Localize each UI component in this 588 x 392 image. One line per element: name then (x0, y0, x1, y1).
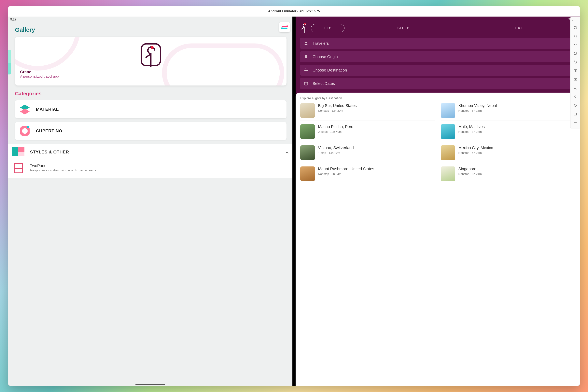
rotate-left-icon[interactable] (570, 49, 580, 58)
tab-eat[interactable]: EAT (462, 24, 575, 32)
back-icon[interactable] (570, 92, 580, 101)
more-icon[interactable] (570, 118, 580, 127)
svg-rect-4 (574, 70, 575, 72)
gallery-pane: 9:27 Gallery Crane A personal (8, 16, 292, 386)
svg-point-23 (22, 128, 28, 134)
status-bar-right (296, 16, 580, 21)
destination-item[interactable]: Khumbu Valley, NepalNonstop · 5h 16m (441, 103, 575, 121)
svg-point-7 (575, 79, 576, 80)
material-icon (19, 104, 30, 115)
destination-name: Mount Rushmore, United States (318, 166, 374, 172)
twopane-subtitle: Responsive on dual, single or larger scr… (30, 168, 96, 172)
twopane-icon (12, 164, 25, 173)
category-material[interactable]: MATERIAL (15, 100, 286, 118)
hero-card-subtitle: A personalized travel app (20, 75, 281, 78)
field-label: Choose Destination (313, 68, 347, 72)
field-destination[interactable]: Choose Destination (300, 64, 576, 76)
calendar-icon (304, 81, 308, 86)
home-icon[interactable] (570, 101, 580, 110)
destination-thumbnail (300, 166, 315, 181)
destination-name: Machu Picchu, Peru (318, 124, 353, 129)
power-icon[interactable] (570, 23, 580, 32)
svg-point-33 (305, 42, 307, 43)
svg-point-34 (306, 56, 307, 57)
destination-meta: Nonstop · 13h 30m (318, 109, 357, 112)
chevron-up-icon: ︿ (285, 149, 289, 155)
volume-down-icon[interactable] (570, 40, 580, 49)
edge-tab-hint (8, 50, 11, 74)
destination-name: Singapore (458, 166, 482, 172)
svg-marker-21 (20, 108, 30, 114)
hero-card-crane[interactable]: Crane A personalized travel app (15, 37, 286, 86)
field-travelers[interactable]: Travelers (300, 38, 576, 49)
volume-up-icon[interactable] (570, 32, 580, 40)
destination-thumbnail (300, 103, 315, 118)
hero-card-name: Crane (20, 70, 281, 74)
field-origin[interactable]: Choose Origin (300, 51, 576, 62)
twopane-title: TwoPane (30, 164, 96, 168)
svg-rect-25 (12, 147, 18, 156)
destination-thumbnail (441, 124, 455, 139)
fold-icon[interactable] (570, 66, 580, 75)
destination-thumbnail (441, 103, 455, 118)
svg-point-12 (574, 104, 576, 106)
status-clock: 9:27 (10, 18, 16, 21)
destination-name: Khumbu Valley, Nepal (458, 103, 497, 108)
styles-label: STYLES & OTHER (30, 150, 279, 155)
item-twopane[interactable]: TwoPane Responsive on dual, single or la… (8, 160, 292, 178)
screenshot-icon[interactable] (570, 75, 580, 84)
theme-toggle-chip[interactable] (279, 22, 290, 32)
destination-meta: 1 stop · 14h 12m (318, 151, 354, 154)
destination-name: Malé, Maldives (458, 124, 485, 129)
category-cupertino[interactable]: CUPERTINO (15, 122, 286, 140)
person-icon (304, 41, 308, 46)
destination-item[interactable]: Big Sur, United StatesNonstop · 13h 30m (300, 103, 435, 121)
styles-icon (12, 147, 25, 157)
overview-icon[interactable] (570, 110, 580, 118)
tab-fly[interactable]: FLY (311, 24, 345, 32)
field-dates[interactable]: Select Dates (300, 78, 576, 89)
destination-meta: Nonstop · 8h 24m (458, 172, 482, 176)
window-title: Android Emulator - <build>:5575 (8, 6, 580, 16)
nav-home-indicator[interactable] (423, 384, 453, 385)
destination-meta: Nonstop · 8h 24m (318, 172, 374, 176)
destination-item[interactable]: SingaporeNonstop · 8h 24m (441, 166, 575, 184)
close-icon[interactable]: × (572, 19, 573, 22)
svg-rect-3 (574, 61, 577, 64)
svg-point-16 (576, 122, 576, 123)
svg-rect-5 (575, 70, 577, 72)
crane-logo-icon (300, 22, 308, 34)
plane-icon (304, 68, 308, 72)
field-label: Travelers (313, 41, 329, 46)
category-label: CUPERTINO (36, 128, 62, 134)
categories-heading: Categories (15, 90, 286, 97)
split-divider[interactable] (292, 16, 296, 386)
destination-meta: Nonstop · 8h 24m (458, 130, 485, 133)
rotate-right-icon[interactable] (570, 58, 580, 66)
gallery-title: Gallery (15, 22, 286, 37)
destination-thumbnail (300, 145, 315, 160)
svg-point-24 (27, 126, 29, 128)
category-styles-other[interactable]: STYLES & OTHER ︿ (8, 144, 292, 160)
destination-item[interactable]: Malé, MaldivesNonstop · 8h 24m (441, 124, 575, 142)
svg-point-14 (574, 122, 574, 123)
field-label: Choose Origin (313, 54, 338, 59)
emulator-window: Android Emulator - <build>:5575 × — 9:27… (8, 6, 580, 386)
nav-home-indicator[interactable] (135, 384, 165, 385)
destination-thumbnail (441, 166, 455, 181)
destination-item[interactable]: Machu Picchu, Peru2 stops · 19h 40m (300, 124, 435, 142)
destination-item[interactable]: Mount Rushmore, United StatesNonstop · 8… (300, 166, 435, 184)
svg-point-32 (304, 23, 306, 24)
category-label: MATERIAL (36, 107, 59, 112)
minimize-icon[interactable]: — (576, 19, 579, 22)
zoom-icon[interactable] (570, 84, 580, 92)
svg-line-9 (576, 89, 577, 90)
tab-sleep[interactable]: SLEEP (347, 24, 460, 32)
svg-rect-13 (574, 113, 576, 115)
results-sheet: Explore Flights by Destination Big Sur, … (296, 92, 580, 386)
cupertino-icon (19, 126, 30, 136)
svg-rect-17 (164, 46, 282, 86)
destination-item[interactable]: Mexico City, MexicoNonstop · 5h 24m (441, 145, 575, 163)
destination-meta: Nonstop · 5h 16m (458, 109, 497, 112)
destination-item[interactable]: Vitznau, Switzerland1 stop · 14h 12m (300, 145, 435, 163)
